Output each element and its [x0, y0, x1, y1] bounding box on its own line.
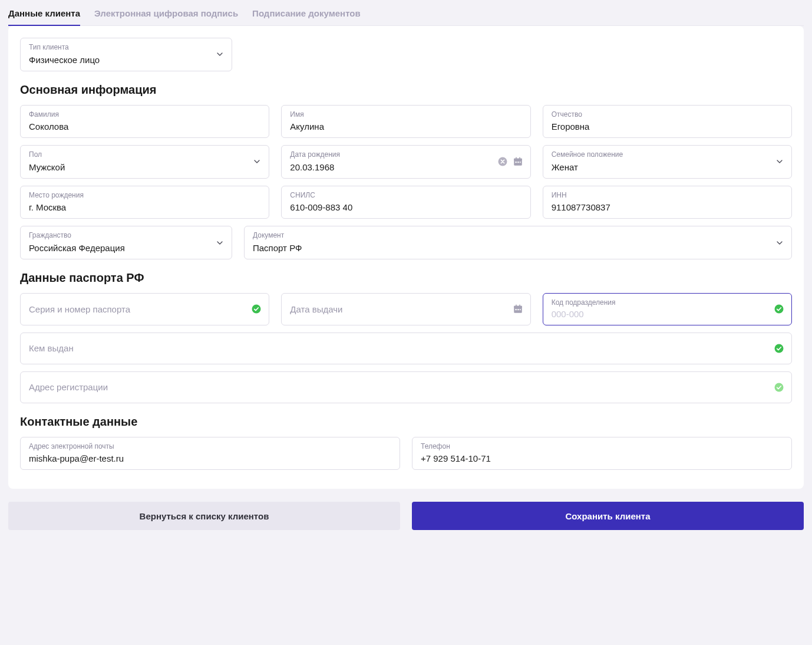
birthplace-label: Место рождения: [29, 191, 260, 200]
passport-series-placeholder: Серия и номер паспорта: [29, 303, 260, 315]
marital-label: Семейное положение: [552, 150, 783, 160]
lastname-value: Соколова: [29, 120, 260, 133]
inn-field[interactable]: ИНН 911087730837: [543, 186, 792, 219]
gender-value: Мужской: [29, 161, 260, 173]
section-contacts-title: Контактные данные: [20, 415, 792, 429]
snils-field[interactable]: СНИЛС 610-009-883 40: [281, 186, 530, 219]
client-type-label: Тип клиента: [29, 43, 223, 52]
check-circle-icon: [774, 382, 784, 393]
patronymic-label: Отчество: [552, 110, 783, 120]
email-label: Адрес электронной почты: [29, 442, 391, 452]
tab-client-data[interactable]: Данные клиента: [8, 8, 87, 25]
firstname-value: Акулина: [290, 120, 521, 133]
email-field[interactable]: Адрес электронной почты mishka-pupa@er-t…: [20, 437, 400, 470]
client-type-value: Физическое лицо: [29, 54, 223, 66]
phone-value: +7 929 514-10-71: [421, 452, 783, 465]
client-type-select[interactable]: Тип клиента Физическое лицо: [20, 38, 232, 71]
calendar-icon[interactable]: [513, 304, 523, 314]
passport-issued-by-field[interactable]: Кем выдан: [20, 333, 792, 364]
section-passport-title: Данные паспорта РФ: [20, 271, 792, 285]
chevron-down-icon: [215, 50, 225, 59]
tabs: Данные клиента Электронная цифровая подп…: [8, 8, 804, 26]
marital-select[interactable]: Семейное положение Женат: [543, 145, 792, 179]
citizenship-select[interactable]: Гражданство Российская Федерация: [20, 226, 232, 259]
passport-dept-code-placeholder: 000-000: [552, 308, 783, 320]
check-circle-icon: [251, 304, 262, 314]
chevron-down-icon: [215, 238, 225, 248]
birthplace-field[interactable]: Место рождения г. Москва: [20, 186, 269, 219]
tab-sign-docs[interactable]: Подписание документов: [252, 8, 368, 25]
inn-value: 911087730837: [552, 201, 783, 213]
document-value: Паспорт РФ: [253, 242, 783, 254]
chevron-down-icon: [775, 157, 784, 166]
passport-issued-by-placeholder: Кем выдан: [29, 342, 783, 354]
snils-label: СНИЛС: [290, 191, 521, 200]
marital-value: Женат: [552, 161, 783, 173]
lastname-field[interactable]: Фамилия Соколова: [20, 105, 269, 139]
gender-label: Пол: [29, 150, 260, 160]
passport-series-field[interactable]: Серия и номер паспорта: [20, 293, 269, 325]
check-circle-icon: [774, 343, 784, 354]
patronymic-field[interactable]: Отчество Егоровна: [543, 105, 792, 139]
save-button[interactable]: Сохранить клиента: [412, 502, 804, 530]
passport-issue-date-field[interactable]: Дата выдачи: [281, 293, 530, 325]
back-button[interactable]: Вернуться к списку клиентов: [8, 502, 400, 530]
snils-value: 610-009-883 40: [290, 201, 521, 213]
passport-dept-code-label: Код подразделения: [552, 298, 783, 308]
firstname-field[interactable]: Имя Акулина: [281, 105, 530, 139]
citizenship-label: Гражданство: [29, 231, 223, 241]
check-circle-icon: [774, 304, 784, 314]
actions-bar: Вернуться к списку клиентов Сохранить кл…: [8, 502, 804, 530]
passport-dept-code-field[interactable]: Код подразделения 000-000: [543, 293, 792, 325]
birthplace-value: г. Москва: [29, 201, 260, 213]
dob-field[interactable]: Дата рождения 20.03.1968: [281, 145, 530, 179]
email-value: mishka-pupa@er-test.ru: [29, 452, 391, 465]
dob-label: Дата рождения: [290, 150, 521, 160]
passport-reg-addr-placeholder: Адрес регистрации: [29, 381, 783, 393]
gender-select[interactable]: Пол Мужской: [20, 145, 269, 179]
calendar-icon[interactable]: [513, 156, 523, 167]
passport-reg-addr-field[interactable]: Адрес регистрации: [20, 371, 792, 403]
firstname-label: Имя: [290, 110, 521, 120]
dob-value: 20.03.1968: [290, 161, 521, 173]
chevron-down-icon: [252, 157, 262, 166]
tab-eds[interactable]: Электронная цифровая подпись: [94, 8, 245, 25]
passport-issue-date-placeholder: Дата выдачи: [290, 303, 521, 315]
lastname-label: Фамилия: [29, 110, 260, 120]
chevron-down-icon: [775, 238, 784, 248]
document-select[interactable]: Документ Паспорт РФ: [244, 226, 792, 259]
clear-icon[interactable]: [497, 156, 508, 167]
inn-label: ИНН: [552, 191, 783, 200]
section-main-title: Основная информация: [20, 83, 792, 97]
citizenship-value: Российская Федерация: [29, 242, 223, 254]
form-card: Тип клиента Физическое лицо Основная инф…: [8, 26, 804, 489]
patronymic-value: Егоровна: [552, 120, 783, 133]
document-label: Документ: [253, 231, 783, 241]
phone-field[interactable]: Телефон +7 929 514-10-71: [412, 437, 792, 470]
phone-label: Телефон: [421, 442, 783, 452]
